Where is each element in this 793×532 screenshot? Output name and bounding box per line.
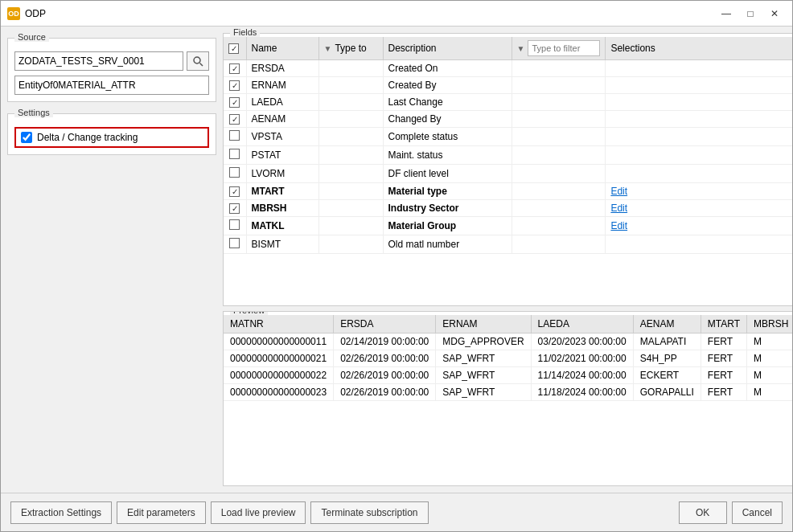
field-name-PSTAT: PSTAT	[246, 146, 318, 165]
field-checkbox-ERSDA[interactable]	[229, 63, 240, 74]
delta-checkbox[interactable]	[21, 132, 32, 143]
preview-cell-MATNR: 000000000000000022	[224, 367, 334, 384]
preview-table: MATNRERSDAERNAMLAEDAAENAMMTARTMBRSH 0000…	[224, 315, 792, 401]
field-name-ERSDA: ERSDA	[246, 60, 318, 77]
entity-input[interactable]	[14, 76, 209, 95]
preview-cell-AENAM: ECKERT	[633, 367, 701, 384]
load-live-preview-button[interactable]: Load live preview	[211, 501, 306, 524]
field-desc-LVORM: DF client level	[383, 165, 512, 183]
type-filter-icon: ▼	[324, 44, 332, 53]
preview-panel: Preview MATNRERSDAERNAMLAEDAAENAMMTARTMB…	[223, 311, 792, 486]
edit-link-MBRSH[interactable]: Edit	[610, 203, 627, 214]
left-panel: Source Settings Delta /	[7, 33, 216, 486]
title-bar-controls: — □ ✕	[715, 5, 786, 23]
table-row: MTARTMaterial typeEdit	[224, 183, 792, 200]
cancel-button[interactable]: Cancel	[732, 501, 783, 524]
svg-line-1	[200, 63, 203, 67]
table-row: MBRSHIndustry SectorEdit	[224, 200, 792, 217]
preview-cell-AENAM: MALAPATI	[633, 334, 701, 350]
field-checkbox-LVORM[interactable]	[229, 167, 240, 178]
preview-cell-ERNAM: SAP_WFRT	[436, 350, 531, 367]
bottom-right-buttons: OK Cancel	[679, 501, 783, 524]
field-checkbox-BISMT[interactable]	[229, 238, 240, 248]
field-desc-ERSDA: Created On	[383, 60, 512, 77]
preview-col-ERNAM: ERNAM	[436, 315, 531, 334]
preview-col-LAEDA: LAEDA	[531, 315, 633, 334]
ok-button[interactable]: OK	[679, 501, 727, 524]
field-desc-AENAM: Changed By	[383, 111, 512, 128]
fields-table-wrapper[interactable]: Name ▼ Type to Description	[224, 34, 792, 305]
field-name-ERNAM: ERNAM	[246, 77, 318, 94]
table-row: BISMTOld matl number	[224, 235, 792, 254]
field-desc-PSTAT: Maint. status	[383, 146, 512, 165]
field-checkbox-MTART[interactable]	[229, 186, 240, 197]
preview-table-wrapper[interactable]: MATNRERSDAERNAMLAEDAAENAMMTARTMBRSH 0000…	[224, 312, 792, 485]
preview-cell-MTART: FERT	[701, 350, 746, 367]
field-checkbox-LAEDA[interactable]	[229, 97, 240, 108]
table-row: ERSDACreated On	[224, 60, 792, 77]
preview-row: 00000000000000001102/14/2019 00:00:00MDG…	[224, 334, 792, 350]
preview-cell-ERSDA: 02/26/2019 00:00:00	[334, 350, 436, 367]
table-row: MATKLMaterial GroupEdit	[224, 217, 792, 235]
preview-cell-LAEDA: 11/14/2024 00:00:00	[531, 367, 633, 384]
preview-cell-MATNR: 000000000000000023	[224, 384, 334, 401]
preview-col-ERSDA: ERSDA	[334, 315, 436, 334]
preview-cell-MBRSH: M	[747, 384, 792, 401]
preview-cell-MTART: FERT	[701, 334, 746, 350]
field-selection-ERSDA	[606, 60, 792, 77]
field-type-ERNAM	[318, 77, 383, 94]
preview-tbody: 00000000000000001102/14/2019 00:00:00MDG…	[224, 334, 792, 401]
field-checkbox-VPSTA[interactable]	[229, 130, 240, 141]
extraction-settings-button[interactable]: Extraction Settings	[10, 501, 112, 524]
preview-col-MBRSH: MBRSH	[747, 315, 792, 334]
field-type-MATKL	[318, 217, 383, 235]
col-header-type: ▼ Type to	[318, 37, 383, 60]
source-label: Source	[14, 32, 49, 42]
close-button[interactable]: ✕	[763, 5, 786, 23]
field-desc-MTART: Material type	[383, 183, 512, 200]
title-bar-left: OD ODP	[7, 7, 46, 20]
search-button[interactable]	[187, 51, 209, 71]
preview-col-MATNR: MATNR	[224, 315, 334, 334]
col-header-name: Name	[246, 37, 318, 60]
preview-cell-ERSDA: 02/26/2019 00:00:00	[334, 384, 436, 401]
minimize-button[interactable]: —	[715, 5, 738, 23]
col-header-check[interactable]	[224, 37, 246, 60]
preview-cell-MBRSH: M	[747, 334, 792, 350]
field-selection-MBRSH[interactable]: Edit	[606, 200, 792, 217]
col-header-desc: Description	[383, 37, 512, 60]
preview-cell-ERNAM: SAP_WFRT	[436, 384, 531, 401]
preview-cell-LAEDA: 03/20/2023 00:00:00	[531, 334, 633, 350]
field-selection-BISMT	[606, 235, 792, 254]
field-checkbox-PSTAT[interactable]	[229, 149, 240, 159]
desc-filter-input[interactable]	[528, 40, 600, 56]
field-selection-VPSTA	[606, 128, 792, 146]
edit-link-MATKL[interactable]: Edit	[610, 220, 627, 231]
source-group: Source	[7, 38, 216, 102]
right-panel: Fields Name	[223, 33, 792, 486]
preview-row: 00000000000000002302/26/2019 00:00:00SAP…	[224, 384, 792, 401]
preview-col-MTART: MTART	[701, 315, 746, 334]
field-checkbox-MBRSH[interactable]	[229, 203, 240, 214]
field-desc-ERNAM: Created By	[383, 77, 512, 94]
field-checkbox-MATKL[interactable]	[229, 219, 240, 230]
field-type-MBRSH	[318, 200, 383, 217]
preview-cell-ERNAM: SAP_WFRT	[436, 367, 531, 384]
field-checkbox-AENAM[interactable]	[229, 114, 240, 125]
table-row: LAEDALast Change	[224, 94, 792, 111]
field-selection-MATKL[interactable]: Edit	[606, 217, 792, 235]
source-input[interactable]	[14, 51, 183, 71]
fields-table: Name ▼ Type to Description	[224, 37, 792, 254]
maximize-button[interactable]: □	[739, 5, 762, 23]
edit-parameters-button[interactable]: Edit parameters	[117, 501, 206, 524]
preview-col-AENAM: AENAM	[633, 315, 701, 334]
field-selection-MTART[interactable]: Edit	[606, 183, 792, 200]
header-checkbox[interactable]	[228, 43, 239, 54]
field-type-PSTAT	[318, 146, 383, 165]
settings-group: Settings Delta / Change tracking	[7, 113, 216, 155]
edit-link-MTART[interactable]: Edit	[610, 186, 627, 197]
terminate-subscription-button[interactable]: Terminate subscription	[310, 501, 428, 524]
field-checkbox-ERNAM[interactable]	[229, 80, 240, 91]
preview-cell-LAEDA: 11/18/2024 00:00:00	[531, 384, 633, 401]
preview-cell-MTART: FERT	[701, 367, 746, 384]
